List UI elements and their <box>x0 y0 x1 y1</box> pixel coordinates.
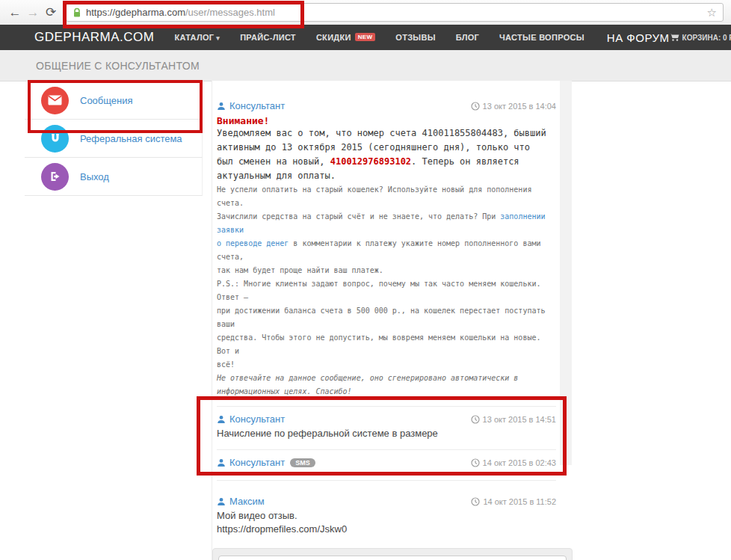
magnet-icon <box>41 125 69 153</box>
user-icon <box>217 102 226 111</box>
message-time-text: 13 окт 2015 в 14:04 <box>483 102 556 111</box>
auto-generated-note: Не отвечайте на данное сообщение, оно сг… <box>217 374 518 396</box>
nav-item-catalog[interactable]: КАТАЛОГ▾ <box>174 33 220 42</box>
url-text: https://gdepharma.com/user/messages.html <box>86 7 275 18</box>
clock-icon <box>471 102 480 111</box>
message-timestamp: 14 окт 2015 в 11:52 <box>471 497 556 506</box>
cart-button[interactable]: КОРЗИНА: 0 Р. (0) <box>670 33 731 42</box>
message-header: Консультант 13 окт 2015 в 14:04 <box>217 100 556 111</box>
clock-icon <box>471 458 480 467</box>
scrollbar[interactable] <box>560 81 572 465</box>
message-time-text: 13 окт 2015 в 14:51 <box>483 415 556 424</box>
message-author-link[interactable]: Максим <box>229 496 265 507</box>
nav-item-faq[interactable]: ЧАСТЫЕ ВОПРОСЫ <box>499 33 585 42</box>
user-icon <box>217 458 226 467</box>
message-author-link[interactable]: Консультант <box>229 100 285 111</box>
nav-item-discounts[interactable]: СКИДКИNEW <box>316 33 375 42</box>
user-icon <box>217 415 226 424</box>
message-author-link[interactable]: Консультант <box>229 457 285 468</box>
cart-label: КОРЗИНА: 0 Р. (0) <box>682 34 731 42</box>
url-path: /user/messages.html <box>185 7 275 18</box>
reload-icon[interactable]: ⟳ <box>42 6 60 19</box>
message-body-line1: Мой видео отзыв. <box>217 509 556 523</box>
nav-item-forum[interactable]: НА ФОРУМ <box>607 31 670 44</box>
message-timestamp: 13 окт 2015 в 14:04 <box>471 102 556 111</box>
page-header: ОБЩЕНИЕ С КОНСУЛЬТАНТОМ <box>0 50 731 81</box>
message-input[interactable] <box>218 556 567 560</box>
sidebar-item-messages[interactable]: Сообщения <box>25 81 203 120</box>
sidebar-item-logout-label: Выход <box>80 171 109 182</box>
nav-item-reviews[interactable]: ОТЗЫВЫ <box>395 33 435 42</box>
message-body: Начисление по реферальной системе в разм… <box>217 427 556 440</box>
message-list: Консультант 13 окт 2015 в 14:04 Внимание… <box>212 81 561 548</box>
message-consultant-sms: Консультант SMS 14 окт 2015 в 02:43 <box>217 450 556 480</box>
message-timestamp: 14 окт 2015 в 02:43 <box>471 458 556 467</box>
message-body-details: Не успели оплатить на старый кошелек? Ис… <box>217 183 556 399</box>
nav-item-discounts-label: СКИДКИ <box>316 33 351 42</box>
message-author-link[interactable]: Консультант <box>229 413 285 425</box>
message-consultant-1: Консультант 13 окт 2015 в 14:04 Внимание… <box>217 81 556 406</box>
message-header: Консультант SMS 14 окт 2015 в 02:43 <box>217 457 556 468</box>
user-icon <box>217 497 226 506</box>
video-review-url: https://dropmefiles.com/Jskw0 <box>217 523 556 536</box>
secure-lock-icon <box>73 7 81 18</box>
envelope-icon <box>41 87 69 114</box>
message-header: Консультант 13 окт 2015 в 14:51 <box>217 413 556 425</box>
bookmark-star-icon[interactable]: ☆ <box>707 6 717 19</box>
sidebar: Сообщения Реферальная система Выход <box>25 81 203 196</box>
message-body: Мой видео отзыв. https://dropmefiles.com… <box>217 509 556 536</box>
composer: ↩ Отправить Enter — отправка сообщения S… <box>212 548 573 560</box>
back-icon[interactable]: ← <box>6 6 24 19</box>
nav-item-catalog-label: КАТАЛОГ <box>174 33 214 42</box>
messages-panel: Консультант 13 окт 2015 в 14:04 Внимание… <box>212 81 572 560</box>
forward-icon[interactable]: → <box>24 6 42 19</box>
message-body-main: Уведомляем вас о том, что номер счета 41… <box>217 126 556 183</box>
message-consultant-2: Консультант 13 окт 2015 в 14:51 Начислен… <box>217 407 556 449</box>
details-p2: Не успели оплатить на старый кошелек? Ис… <box>217 185 531 207</box>
message-time-text: 14 окт 2015 в 11:52 <box>483 497 556 506</box>
new-badge: NEW <box>355 33 376 41</box>
message-maxim: Максим 14 окт 2015 в 11:52 Мой видео отз… <box>217 481 556 548</box>
logout-icon <box>41 163 69 191</box>
site-logo[interactable]: GDEPHARMA.COM <box>34 30 154 45</box>
clock-icon <box>471 415 480 424</box>
new-account-number: 410012976893102 <box>330 156 411 167</box>
sidebar-item-messages-label: Сообщения <box>80 95 133 106</box>
browser-window: ← → ⟳ https://gdepharma.com/user/message… <box>0 0 731 560</box>
message-timestamp: 13 окт 2015 в 14:51 <box>471 415 556 424</box>
browser-toolbar: ← → ⟳ https://gdepharma.com/user/message… <box>0 0 731 25</box>
details-p4: P.S.: Многие клиенты задают вопрос, поче… <box>217 280 546 369</box>
nav-item-blog[interactable]: БЛОГ <box>456 33 479 42</box>
message-header: Максим 14 окт 2015 в 11:52 <box>217 496 556 507</box>
address-bar[interactable]: https://gdepharma.com/user/messages.html… <box>66 3 724 22</box>
sidebar-item-logout[interactable]: Выход <box>25 158 203 196</box>
nav-item-pricelist[interactable]: ПРАЙС-ЛИСТ <box>240 33 296 42</box>
message-time-text: 14 окт 2015 в 02:43 <box>483 458 556 467</box>
sms-badge: SMS <box>290 458 315 467</box>
url-domain: https://gdepharma.com <box>86 7 185 18</box>
clock-icon <box>471 497 480 506</box>
site-navbar: GDEPHARMA.COM КАТАЛОГ▾ ПРАЙС-ЛИСТ СКИДКИ… <box>0 25 731 50</box>
page-title: ОБЩЕНИЕ С КОНСУЛЬТАНТОМ <box>36 60 200 72</box>
chevron-down-icon: ▾ <box>216 34 220 42</box>
sidebar-item-referral-label: Реферальная система <box>80 133 182 144</box>
sidebar-item-referral[interactable]: Реферальная система <box>25 120 203 158</box>
cart-icon <box>670 33 679 42</box>
warning-label: Внимание! <box>217 115 556 126</box>
details-p3-pre: Зачислили средства на старый счёт и не з… <box>217 212 500 221</box>
